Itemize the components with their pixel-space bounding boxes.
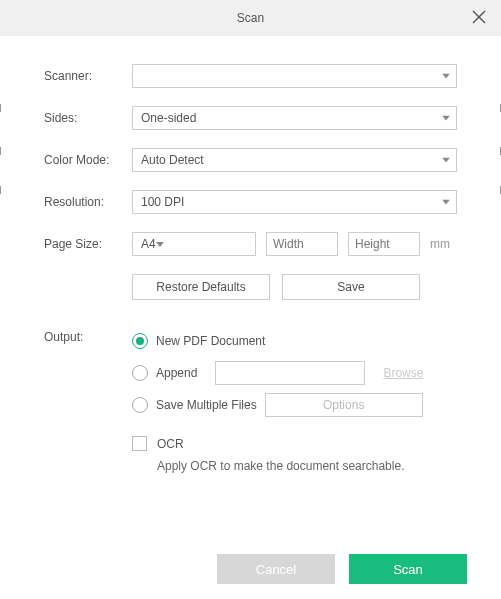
ocr-label: OCR: [157, 437, 184, 451]
dialog-content: Scanner: Sides: One-sided Color Mode: Au…: [0, 36, 501, 473]
sides-label: Sides:: [44, 111, 132, 125]
edge-tick: [0, 186, 1, 194]
sides-select[interactable]: One-sided: [132, 106, 457, 130]
output-label: Output:: [44, 328, 132, 473]
restore-defaults-label: Restore Defaults: [156, 280, 245, 294]
browse-link[interactable]: Browse: [383, 366, 423, 380]
restore-defaults-button[interactable]: Restore Defaults: [132, 274, 270, 300]
output-multi-radio[interactable]: [132, 397, 148, 413]
options-label: Options: [323, 398, 364, 412]
pagesize-value: A4: [141, 237, 156, 251]
options-button[interactable]: Options: [265, 393, 423, 417]
cancel-button[interactable]: Cancel: [217, 554, 335, 584]
colormode-label: Color Mode:: [44, 153, 132, 167]
pagesize-select[interactable]: A4: [132, 232, 256, 256]
output-append-label: Append: [156, 366, 197, 380]
scanner-select[interactable]: [132, 64, 457, 88]
colormode-select[interactable]: Auto Detect: [132, 148, 457, 172]
height-input[interactable]: [348, 232, 420, 256]
chevron-down-icon: [442, 74, 450, 79]
edge-tick: [0, 104, 1, 112]
save-button[interactable]: Save: [282, 274, 420, 300]
resolution-select[interactable]: 100 DPI: [132, 190, 457, 214]
chevron-down-icon: [442, 200, 450, 205]
append-path-input[interactable]: [215, 361, 365, 385]
svg-marker-5: [442, 200, 450, 205]
edge-tick: [0, 147, 1, 155]
close-button[interactable]: [471, 9, 487, 25]
output-newpdf-label: New PDF Document: [156, 334, 265, 348]
svg-marker-6: [156, 242, 164, 247]
ocr-hint: Apply OCR to make the document searchabl…: [157, 459, 457, 473]
resolution-value: 100 DPI: [141, 195, 184, 209]
save-label: Save: [337, 280, 364, 294]
resolution-label: Resolution:: [44, 195, 132, 209]
sides-value: One-sided: [141, 111, 196, 125]
svg-marker-3: [442, 116, 450, 121]
title-bar: Scan: [0, 0, 501, 36]
scanner-label: Scanner:: [44, 69, 132, 83]
dialog-title: Scan: [237, 11, 264, 25]
svg-marker-4: [442, 158, 450, 163]
output-append-radio[interactable]: [132, 365, 148, 381]
scan-button[interactable]: Scan: [349, 554, 467, 584]
width-input[interactable]: [266, 232, 338, 256]
chevron-down-icon: [156, 242, 164, 247]
pagesize-label: Page Size:: [44, 237, 132, 251]
output-multi-label: Save Multiple Files: [156, 398, 257, 412]
close-icon: [471, 9, 487, 25]
dialog-footer: Cancel Scan: [0, 551, 501, 599]
svg-marker-2: [442, 74, 450, 79]
cancel-label: Cancel: [256, 562, 296, 577]
chevron-down-icon: [442, 116, 450, 121]
colormode-value: Auto Detect: [141, 153, 204, 167]
chevron-down-icon: [442, 158, 450, 163]
ocr-checkbox[interactable]: [132, 436, 147, 451]
unit-label: mm: [430, 237, 450, 251]
scan-label: Scan: [393, 562, 423, 577]
output-newpdf-radio[interactable]: [132, 333, 148, 349]
